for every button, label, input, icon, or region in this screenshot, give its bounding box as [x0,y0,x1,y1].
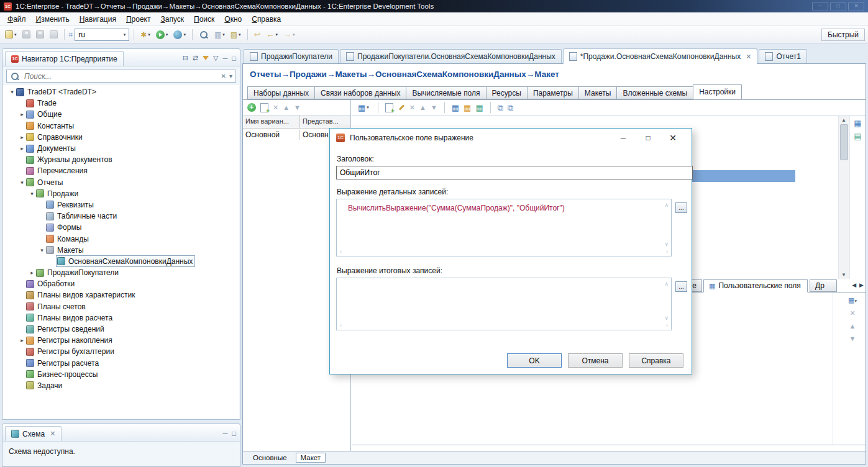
detail-expression-more-button[interactable]: ... [675,202,687,213]
bottom-tab-template[interactable]: Макет [296,453,326,463]
editor-tab-prodazhipokupateli[interactable]: ПродажиПокупатели [244,49,339,63]
menu-edit[interactable]: Изменить [31,13,75,25]
menu-navigate[interactable]: Навигация [75,13,121,25]
tree-item-catalogs[interactable]: ▸Справочники [3,132,239,143]
tree-item-enumerations[interactable]: Перечисления [3,165,239,176]
scrollbar-thumb[interactable] [840,124,848,160]
add-variant-copy-icon[interactable] [260,103,268,112]
language-select[interactable]: ru▾ [75,29,129,41]
close-view-icon[interactable]: ✕ [50,430,55,438]
move-item-up-icon[interactable]: ▲ [419,104,426,111]
totals-expression-more-button[interactable]: ... [675,281,687,292]
breadcrumb[interactable]: Отчеты→Продажи→Макеты→ОсновнаяСхемаКомпо… [243,64,866,84]
column-variant-presentation[interactable]: Представ... [300,116,350,128]
tree-item-prodazhipokupateli[interactable]: ▸ПродажиПокупатели [3,267,239,278]
ok-button[interactable]: OK [507,353,562,368]
conditional-appearance-icon[interactable]: ▦ [475,104,483,112]
debug-button[interactable]: ▾ [171,29,188,40]
tree-item-business-processes[interactable]: Бизнес-процессы [3,369,239,380]
delete-item-icon[interactable]: ✕ [409,104,415,112]
expand-arrow[interactable]: ▾ [38,247,46,253]
run-button[interactable]: ▾ [154,29,170,40]
tree-item-templates[interactable]: ▾Макеты [3,245,239,256]
bottom-tab-main[interactable]: Основные [249,453,291,462]
view-menu-icon[interactable]: ▽ [213,54,218,62]
tree-item-information-registers[interactable]: Регистры сведений [3,324,239,335]
expand-arrow[interactable]: ▸ [18,111,26,117]
report-structure-icon[interactable]: ▦ [854,119,861,127]
tree-item-document-journals[interactable]: Журналы документов [3,154,239,165]
group-items-icon[interactable]: ⧉ [498,104,503,112]
maximize-view-icon[interactable]: □ [232,55,236,62]
tree-item-charts-of-characteristic-types[interactable]: Планы видов характеристик [3,289,239,301]
move-to-group-icon[interactable]: ⧉ [508,104,513,112]
mark-occurrences-button[interactable]: ▨▾ [229,29,243,40]
dialog-close-icon[interactable]: ✕ [660,129,685,147]
minimize-view-icon[interactable]: ─ [223,430,228,437]
settings-tab-partial-right[interactable]: Др [810,279,837,292]
tree-item-calculation-registers[interactable]: Регистры расчета [3,358,239,369]
tree-item-accounting-registers[interactable]: Регистры бухгалтерии [3,346,239,357]
window-maximize-icon[interactable]: □ [830,2,846,11]
move-variant-up-icon[interactable]: ▲ [283,104,290,111]
scroll-up-icon[interactable]: ▲ [841,117,846,123]
editor-tab-prodazhi-dcs[interactable]: *Продажи.ОсновнаяСхемаКомпоновкиДанных✕ [563,48,758,64]
totals-expression-field[interactable]: ‹ › ∧ ∨ [336,278,672,330]
column-variant-name[interactable]: Имя вариан... [243,116,300,128]
menu-project[interactable]: Проект [121,13,156,25]
menu-run[interactable]: Запуск [155,13,189,25]
tree-item-charts-of-accounts[interactable]: Планы счетов [3,301,239,312]
expand-arrow[interactable]: ▾ [28,191,36,197]
close-tab-icon[interactable]: ✕ [746,53,751,61]
expand-arrow[interactable]: ▸ [18,337,26,343]
tree-item-charts-of-calculation-types[interactable]: Планы видов расчета [3,312,239,324]
tree-item-data-processors[interactable]: Обработки [3,278,239,289]
minimize-view-icon[interactable]: ─ [223,55,228,62]
move-variant-down-icon[interactable]: ▼ [294,104,301,111]
caption-input[interactable] [336,166,693,179]
tree-item-documents[interactable]: ▸Документы [3,143,239,154]
subtab-nested-schemas[interactable]: Вложенные схемы [616,86,693,99]
selected-fields-icon[interactable]: ▤ [854,132,861,140]
dialog-maximize-icon[interactable]: □ [636,129,660,147]
tree-item-forms[interactable]: Формы [3,222,239,233]
search-input[interactable] [23,71,218,81]
settings-tab-user-fields[interactable]: ▦Пользовательские поля [703,279,808,292]
window-close-icon[interactable]: ✕ [848,2,864,11]
detail-expression-field[interactable]: ВычислитьВыражение("Сумма(СуммаПродаж)",… [336,199,672,256]
new-wizard-button[interactable]: ▾ [3,29,19,40]
delete-variant-icon[interactable]: ✕ [273,104,278,112]
move-user-field-up-icon[interactable]: ▲ [849,322,856,330]
collapse-all-icon[interactable]: ⊟ [183,54,188,62]
subtab-templates[interactable]: Макеты [578,86,618,99]
tree-item-trade[interactable]: Trade [3,97,239,109]
expand-arrow[interactable]: ▸ [28,270,36,276]
add-item-icon[interactable] [385,103,393,112]
help-button[interactable]: Справка [629,353,683,368]
data-parameters-icon[interactable]: ▦ [464,104,471,112]
save-button[interactable] [21,29,32,40]
menu-file[interactable]: Файл [2,13,31,25]
save-all-button[interactable] [34,29,46,40]
menu-search[interactable]: Поиск [189,13,219,25]
expand-arrow[interactable]: ▸ [18,145,26,152]
navigator-view-tab[interactable]: 1С Навигатор 1С:Предприятие [5,51,124,66]
subtab-resources[interactable]: Ресурсы [486,86,528,99]
subtab-data-sets[interactable]: Наборы данных [247,86,315,99]
print-button[interactable] [48,29,60,40]
external-tools-button[interactable]: ✱▾ [139,29,152,40]
tree-item-tabular-sections[interactable]: Табличные части [3,211,239,222]
maximize-view-icon[interactable]: □ [232,430,236,437]
annotations-button[interactable]: ▥▾ [212,29,227,40]
tree-item-commands[interactable]: Команды [3,233,239,244]
last-edit-location-button[interactable]: ↩ [252,29,263,40]
expand-arrow[interactable]: ▸ [18,134,26,140]
window-minimize-icon[interactable]: ─ [812,2,828,11]
subtab-settings[interactable]: Настройки [693,84,742,99]
scroll-down-icon[interactable]: ▼ [841,272,846,278]
schema-view-tab[interactable]: Схема ✕ [5,426,62,441]
tree-item-reports[interactable]: ▾Отчеты [3,177,239,188]
tree-item-tasks[interactable]: Задачи [3,380,239,391]
subtab-parameters[interactable]: Параметры [527,86,579,99]
tree-item-prodazhi[interactable]: ▾Продажи [3,188,239,199]
